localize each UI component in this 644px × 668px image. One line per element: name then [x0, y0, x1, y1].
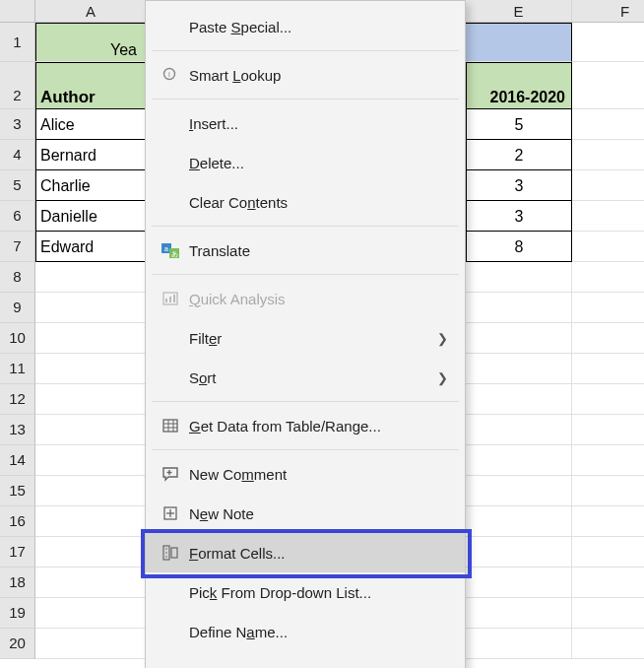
- cell[interactable]: [35, 476, 147, 506]
- cell[interactable]: [572, 476, 644, 506]
- cell-e6[interactable]: 3: [466, 201, 572, 232]
- row-header-8[interactable]: 8: [0, 262, 35, 293]
- cell[interactable]: [466, 323, 572, 354]
- menu-separator: [152, 274, 459, 275]
- select-all-corner[interactable]: [0, 0, 35, 23]
- cell[interactable]: [466, 629, 572, 659]
- cell[interactable]: [572, 506, 644, 537]
- menu-define-name[interactable]: Define Name...: [146, 612, 465, 651]
- cell-a6[interactable]: Danielle: [35, 201, 147, 232]
- cell-a4[interactable]: Bernard: [35, 140, 147, 170]
- cell[interactable]: [466, 598, 572, 629]
- svg-rect-9: [173, 295, 175, 302]
- menu-filter[interactable]: Filter ❯: [146, 318, 465, 358]
- col-header-e[interactable]: E: [466, 0, 572, 23]
- menu-delete[interactable]: Delete...: [146, 143, 465, 182]
- cell-merged-header[interactable]: [466, 23, 572, 62]
- cell[interactable]: [466, 445, 572, 476]
- cell-a5[interactable]: Charlie: [35, 170, 147, 201]
- cell[interactable]: [466, 384, 572, 415]
- row-header-20[interactable]: 20: [0, 629, 35, 659]
- cell[interactable]: [35, 384, 147, 415]
- cell-f7[interactable]: [572, 232, 644, 262]
- cell[interactable]: [466, 415, 572, 445]
- cell-f4[interactable]: [572, 140, 644, 170]
- cell-f5[interactable]: [572, 170, 644, 201]
- row-header-17[interactable]: 17: [0, 537, 35, 568]
- row-header-10[interactable]: 10: [0, 323, 35, 354]
- cell-a1-year-header[interactable]: Yea: [35, 23, 146, 62]
- row-header-9[interactable]: 9: [0, 293, 35, 323]
- cell[interactable]: [35, 415, 147, 445]
- cell[interactable]: [466, 568, 572, 598]
- cell[interactable]: [466, 537, 572, 568]
- menu-clear-contents[interactable]: Clear Contents: [146, 182, 465, 222]
- cell[interactable]: [572, 445, 644, 476]
- row-header-18[interactable]: 18: [0, 568, 35, 598]
- cell[interactable]: [572, 598, 644, 629]
- cell[interactable]: [572, 293, 644, 323]
- cell-e3[interactable]: 5: [466, 109, 572, 140]
- cell-f6[interactable]: [572, 201, 644, 232]
- cell[interactable]: [466, 506, 572, 537]
- cell-e7[interactable]: 8: [466, 232, 572, 262]
- cell-a3[interactable]: Alice: [35, 109, 147, 140]
- cell[interactable]: [572, 537, 644, 568]
- cell-a7[interactable]: Edward: [35, 232, 147, 262]
- cell[interactable]: [572, 384, 644, 415]
- cell[interactable]: [35, 445, 147, 476]
- row-header-11[interactable]: 11: [0, 354, 35, 384]
- menu-get-data[interactable]: Get Data from Table/Range...: [146, 406, 465, 445]
- cell[interactable]: [572, 629, 644, 659]
- cell-a2-author-header[interactable]: Author: [35, 62, 147, 109]
- cell[interactable]: [572, 568, 644, 598]
- menu-translate[interactable]: aあ Translate: [146, 231, 465, 270]
- col-header-a[interactable]: A: [35, 0, 147, 23]
- cell[interactable]: [466, 354, 572, 384]
- cell[interactable]: [35, 354, 147, 384]
- row-header-4[interactable]: 4: [0, 140, 35, 170]
- cell-f3[interactable]: [572, 109, 644, 140]
- menu-pick-list[interactable]: Pick From Drop-down List...: [146, 572, 465, 612]
- cell-a8[interactable]: [35, 262, 147, 293]
- row-header-14[interactable]: 14: [0, 445, 35, 476]
- cell-f1[interactable]: [572, 23, 644, 62]
- cell[interactable]: [572, 415, 644, 445]
- col-header-f[interactable]: F: [572, 0, 644, 23]
- menu-insert[interactable]: Insert...: [146, 103, 465, 143]
- cell-e5[interactable]: 3: [466, 170, 572, 201]
- cell[interactable]: [35, 293, 147, 323]
- menu-paste-special[interactable]: Paste Special...: [146, 7, 465, 46]
- cell[interactable]: [35, 323, 147, 354]
- cell[interactable]: [466, 262, 572, 293]
- row-header-15[interactable]: 15: [0, 476, 35, 506]
- cell[interactable]: [572, 354, 644, 384]
- menu-new-comment[interactable]: New Comment: [146, 454, 465, 494]
- cell[interactable]: [466, 293, 572, 323]
- cell[interactable]: [35, 629, 147, 659]
- menu-smart-lookup[interactable]: i Smart Lookup: [146, 55, 465, 95]
- cell[interactable]: [35, 598, 147, 629]
- cell-e2-year-header[interactable]: 2016-2020: [466, 62, 572, 109]
- cell[interactable]: [572, 262, 644, 293]
- cell[interactable]: [466, 476, 572, 506]
- cell-e4[interactable]: 2: [466, 140, 572, 170]
- row-header-13[interactable]: 13: [0, 415, 35, 445]
- cell[interactable]: [35, 537, 147, 568]
- row-header-1[interactable]: 1: [0, 23, 35, 62]
- cell-f2[interactable]: [572, 62, 644, 109]
- cell[interactable]: [35, 506, 147, 537]
- cell[interactable]: [35, 568, 147, 598]
- row-header-5[interactable]: 5: [0, 170, 35, 201]
- row-header-7[interactable]: 7: [0, 232, 35, 262]
- row-header-12[interactable]: 12: [0, 384, 35, 415]
- menu-sort[interactable]: Sort ❯: [146, 358, 465, 397]
- cell[interactable]: [572, 323, 644, 354]
- row-header-3[interactable]: 3: [0, 109, 35, 140]
- menu-format-cells[interactable]: Format Cells...: [146, 533, 465, 572]
- row-header-16[interactable]: 16: [0, 506, 35, 537]
- row-header-2[interactable]: 2: [0, 62, 35, 109]
- row-header-6[interactable]: 6: [0, 201, 35, 232]
- menu-new-note[interactable]: New Note: [146, 494, 465, 533]
- row-header-19[interactable]: 19: [0, 598, 35, 629]
